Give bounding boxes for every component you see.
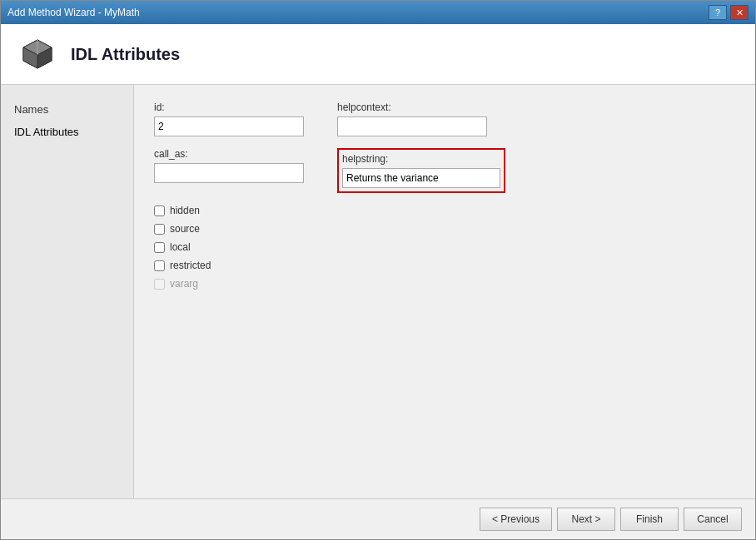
helpcontext-input[interactable]	[337, 116, 487, 136]
sidebar: Names IDL Attributes	[1, 85, 134, 498]
header-icon	[17, 34, 57, 74]
checkboxes-section: hidden source local restricted vararg	[154, 205, 735, 290]
id-group: id:	[154, 102, 304, 136]
restricted-checkbox[interactable]	[154, 260, 165, 271]
title-bar-controls: ? ✕	[709, 5, 749, 20]
restricted-label: restricted	[170, 260, 211, 271]
helpcontext-label: helpcontext:	[337, 102, 487, 113]
checkbox-row-hidden: hidden	[154, 205, 735, 216]
form-row-2: call_as: helpstring:	[154, 148, 735, 193]
close-button[interactable]: ✕	[730, 5, 749, 20]
form-row-1: id: helpcontext:	[154, 102, 735, 136]
title-bar: Add Method Wizard - MyMath ? ✕	[1, 1, 755, 24]
helpcontext-group: helpcontext:	[337, 102, 487, 136]
cancel-button[interactable]: Cancel	[684, 508, 742, 531]
id-input[interactable]	[154, 116, 304, 136]
sidebar-item-idl-attributes[interactable]: IDL Attributes	[1, 121, 133, 143]
finish-button[interactable]: Finish	[620, 508, 679, 531]
hidden-label: hidden	[170, 205, 200, 216]
previous-button[interactable]: < Previous	[480, 508, 552, 531]
header-panel: IDL Attributes	[1, 24, 755, 85]
call-as-label: call_as:	[154, 148, 304, 160]
local-label: local	[170, 241, 191, 253]
box-icon	[20, 37, 55, 72]
helpstring-input[interactable]	[342, 168, 500, 188]
hidden-checkbox[interactable]	[154, 206, 165, 216]
checkbox-row-source: source	[154, 223, 735, 235]
source-label: source	[170, 223, 200, 235]
id-label: id:	[154, 102, 304, 113]
next-button[interactable]: Next >	[557, 508, 615, 531]
helpstring-label: helpstring:	[342, 153, 500, 165]
vararg-checkbox	[154, 279, 165, 290]
help-button[interactable]: ?	[709, 5, 727, 20]
checkbox-row-local: local	[154, 241, 735, 253]
window-title: Add Method Wizard - MyMath	[7, 7, 140, 18]
content-area: Names IDL Attributes id: helpcontext:	[1, 85, 755, 498]
source-checkbox[interactable]	[154, 224, 165, 235]
footer: < Previous Next > Finish Cancel	[1, 498, 755, 539]
checkbox-row-vararg: vararg	[154, 278, 735, 290]
main-window: Add Method Wizard - MyMath ? ✕ IDL Attri…	[0, 0, 756, 540]
local-checkbox[interactable]	[154, 242, 165, 253]
helpstring-highlighted-group: helpstring:	[337, 148, 505, 193]
call-as-input[interactable]	[154, 163, 304, 183]
helpstring-outer-group: helpstring:	[337, 148, 505, 193]
page-title: IDL Attributes	[71, 45, 180, 64]
sidebar-item-names[interactable]: Names	[1, 98, 133, 121]
call-as-group: call_as:	[154, 148, 304, 193]
main-panel: id: helpcontext: call_as: helpstring:	[134, 85, 755, 498]
checkbox-row-restricted: restricted	[154, 260, 735, 271]
vararg-label: vararg	[170, 278, 198, 290]
